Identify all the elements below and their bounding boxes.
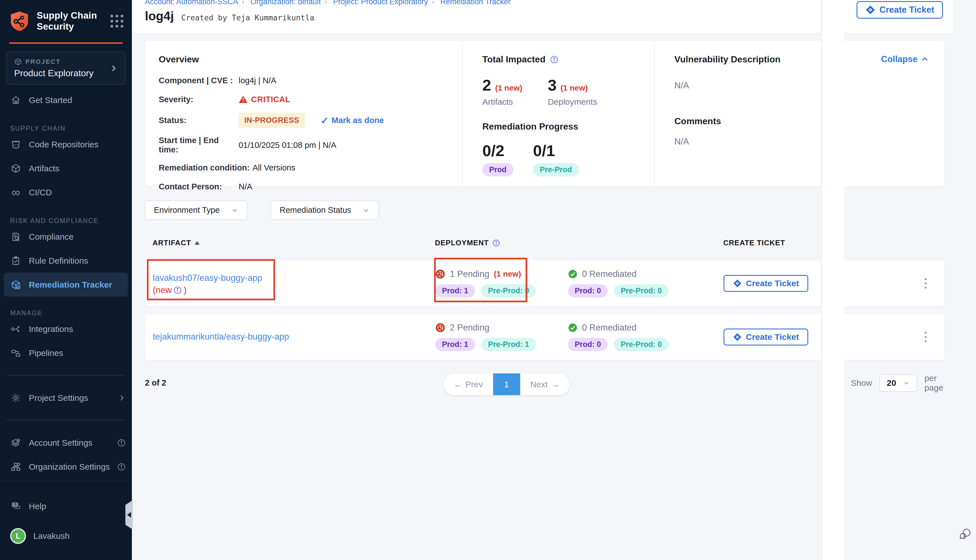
- deployments-new-badge: (1 new): [561, 83, 588, 93]
- infinity-icon: ∞: [10, 188, 22, 197]
- vulnerability-description-value: N/A: [674, 80, 929, 91]
- row-menu-kebab-icon[interactable]: [922, 329, 929, 345]
- collapse-left-arrow-icon: [127, 512, 131, 518]
- create-ticket-label: Create Ticket: [746, 332, 799, 342]
- collapse-link[interactable]: Collapse: [881, 54, 929, 64]
- overview-heading: Overview: [159, 54, 451, 65]
- create-ticket-button-row[interactable]: Create Ticket: [724, 275, 808, 292]
- artifact-link[interactable]: tejakummarikuntla/easy-buggy-app: [153, 330, 407, 343]
- sidebar-item-help[interactable]: ? Help: [0, 492, 132, 520]
- severity-value: CRITICAL: [239, 95, 290, 104]
- remediated-prod-pill: Prod: 0: [568, 284, 608, 298]
- column-header-artifact[interactable]: ARTIFACT: [152, 238, 200, 247]
- prod-pill: Prod: [482, 163, 514, 177]
- remediated-check-icon: [568, 269, 577, 279]
- create-ticket-button-row[interactable]: Create Ticket: [724, 328, 808, 345]
- component-cve-value: log4j | N/A: [239, 76, 276, 85]
- environment-type-label: Environment Type: [154, 205, 220, 215]
- sidebar-item-label: Organization Settings: [29, 462, 110, 472]
- sidebar-item-label: Code Repositories: [29, 140, 98, 149]
- chevron-down-icon: [231, 207, 239, 214]
- sidebar-item-project-settings[interactable]: Project Settings: [0, 386, 132, 410]
- gear-icon: [10, 393, 22, 403]
- app-title: Supply Chain Security: [37, 10, 104, 32]
- sidebar-item-get-started[interactable]: Get Started: [0, 88, 132, 112]
- preprod-progress-stat: 0/1 Pre-Prod: [533, 142, 579, 177]
- artifacts-count: 2: [482, 76, 491, 94]
- status-label: Status:: [159, 116, 239, 125]
- sidebar-item-cicd[interactable]: ∞ CI/CD: [0, 180, 132, 204]
- sidebar-item-label: Get Started: [29, 95, 72, 105]
- sidebar-item-label: Project Settings: [29, 393, 88, 403]
- app-logo: Supply Chain Security: [0, 0, 132, 41]
- remediation-status-filter[interactable]: Remediation Status: [270, 200, 379, 220]
- user-menu[interactable]: L Lavakush: [0, 520, 132, 552]
- layers-gear-icon: [10, 438, 22, 448]
- chevron-down-icon: [362, 207, 370, 214]
- breadcrumb-org-link[interactable]: Organization: default: [250, 0, 321, 6]
- sidebar-item-integrations[interactable]: Integrations: [0, 317, 132, 341]
- jira-diamond-icon: [733, 332, 742, 342]
- info-icon[interactable]: [174, 286, 182, 294]
- breadcrumb-project-link[interactable]: Project: Product Exploratory: [333, 0, 428, 6]
- document-search-icon: [10, 232, 22, 242]
- create-ticket-label: Create Ticket: [746, 278, 799, 288]
- preprod-pill: Pre-Prod: [533, 163, 579, 177]
- sidebar-item-rule-definitions[interactable]: Rule Definitions: [0, 249, 132, 273]
- info-icon[interactable]: [117, 463, 126, 471]
- sidebar-item-artifacts[interactable]: Artifacts: [0, 157, 132, 180]
- sidebar-item-label: Pipelines: [29, 348, 63, 358]
- prod-progress-stat: 0/2 Prod: [482, 142, 514, 177]
- pending-icon: [435, 269, 445, 279]
- cube-icon: [10, 163, 22, 173]
- show-label: Show: [851, 378, 872, 388]
- prev-page-button[interactable]: ← Prev: [444, 373, 493, 395]
- impact-column: Total Impacted 2 (1 new) Artifacts: [462, 41, 655, 186]
- check-icon: ✓: [321, 115, 329, 126]
- deploy-prod-pill: Prod: 1: [435, 338, 475, 351]
- page-size-select[interactable]: 20: [879, 374, 917, 392]
- breadcrumb-tracker-link[interactable]: Remediation Tracker: [440, 0, 511, 6]
- sidebar-collapse-handle[interactable]: [125, 500, 133, 530]
- code-repository-icon: </>: [10, 140, 22, 150]
- project-selector[interactable]: PROJECT Product Exploratory: [6, 52, 126, 85]
- sidebar-item-label: Integrations: [29, 324, 73, 334]
- component-cve-label: Component | CVE :: [159, 76, 239, 85]
- sidebar-item-label: Help: [29, 502, 46, 511]
- sidebar-item-pipelines[interactable]: Pipelines: [0, 341, 132, 365]
- sidebar-item-label: Rule Definitions: [29, 256, 88, 266]
- create-ticket-button-header[interactable]: Create Ticket: [856, 1, 943, 18]
- environment-type-filter[interactable]: Environment Type: [145, 200, 247, 220]
- deployments-count: 3: [548, 76, 557, 94]
- sidebar-item-account-settings[interactable]: Account Settings: [0, 431, 132, 455]
- sidebar-item-label: Remediation Tracker: [29, 280, 112, 290]
- scrollbar-gutter[interactable]: [821, 0, 844, 560]
- info-icon[interactable]: [550, 55, 558, 64]
- page-title: log4j: [145, 9, 174, 23]
- app-switcher-grid-icon[interactable]: [110, 15, 123, 28]
- sidebar-item-compliance[interactable]: Compliance: [0, 225, 132, 249]
- remediated-preprod-pill: Pre-Prod: 0: [614, 284, 669, 298]
- severity-label: Severity:: [159, 95, 239, 104]
- next-page-button[interactable]: Next →: [520, 373, 570, 395]
- row-menu-kebab-icon[interactable]: [922, 275, 929, 291]
- contact-label: Contact Person:: [159, 182, 239, 192]
- current-page-button[interactable]: 1: [493, 373, 520, 395]
- deploy-preprod-pill: Pre-Prod: 1: [481, 338, 536, 351]
- pending-icon: [435, 323, 445, 333]
- info-icon[interactable]: [492, 239, 500, 247]
- org-chart-gear-icon: [10, 462, 22, 472]
- mark-as-done-link[interactable]: ✓ Mark as done: [321, 115, 384, 126]
- sidebar-item-remediation-tracker[interactable]: Remediation Tracker: [4, 273, 128, 297]
- remediated-count: 0 Remediated: [582, 323, 637, 333]
- info-icon[interactable]: [117, 438, 126, 447]
- support-chat-icon[interactable]: [958, 525, 974, 542]
- prod-progress-value: 0/2: [482, 142, 514, 160]
- breadcrumb-account-link[interactable]: Account: Automation-SSCA: [145, 0, 238, 6]
- artifact-link[interactable]: lavakush07/easy-buggy-app: [153, 273, 262, 283]
- overview-column: Overview Component | CVE : log4j | N/A S…: [145, 41, 462, 186]
- page-subtitle: Created by Teja Kummarikuntla: [181, 13, 314, 22]
- sidebar-item-organization-settings[interactable]: Organization Settings: [0, 455, 132, 479]
- pagination-summary: 2 of 2: [145, 378, 166, 388]
- sidebar-item-code-repositories[interactable]: </> Code Repositories: [0, 132, 132, 157]
